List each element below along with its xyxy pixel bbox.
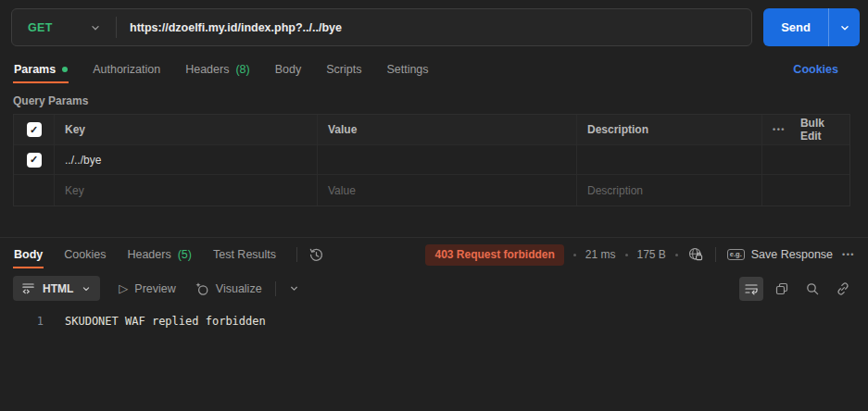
visualize-magic-icon <box>195 281 209 296</box>
format-select[interactable]: HTML <box>13 276 100 301</box>
param-row-actions <box>762 145 849 175</box>
tab-response-cookies-label: Cookies <box>64 248 106 261</box>
tab-scripts-label: Scripts <box>326 63 361 76</box>
chevron-down-icon <box>81 283 92 294</box>
save-response-button[interactable]: e.g. Save Response <box>727 248 833 261</box>
url-box: GET <box>11 8 752 46</box>
api-client-window: GET Send Params Authorization Headers <box>0 0 868 411</box>
params-more-menu-icon[interactable]: ••• <box>773 125 786 134</box>
viewer-options-chevron[interactable] <box>288 282 300 294</box>
tab-headers-label: Headers <box>185 63 229 76</box>
link-icon <box>836 281 850 296</box>
code-line-content: SKUDONET WAF replied forbidden <box>65 315 266 328</box>
response-size: 175 B <box>637 248 666 261</box>
request-tabs: Params Authorization Headers (8) Body Sc… <box>0 54 868 85</box>
params-active-dot <box>62 67 68 72</box>
meta-separator-dot <box>573 254 576 256</box>
headers-count: (8) <box>235 63 249 76</box>
response-headers-count: (5) <box>178 248 192 261</box>
chevron-down-icon <box>89 21 102 34</box>
new-param-row-actions <box>762 175 849 206</box>
param-description-field[interactable] <box>577 145 762 175</box>
meta-separator-dot <box>625 254 628 256</box>
preview-button[interactable]: ▷ Preview <box>119 281 175 295</box>
format-label: HTML <box>43 282 73 295</box>
send-label: Send <box>763 8 828 46</box>
tab-authorization-label: Authorization <box>93 63 160 76</box>
send-options-button[interactable] <box>829 8 860 46</box>
copy-icon <box>774 281 789 296</box>
preview-label: Preview <box>134 282 175 295</box>
tab-response-cookies[interactable]: Cookies <box>63 241 107 268</box>
response-more-menu-icon[interactable]: ••• <box>842 250 855 259</box>
save-response-label: Save Response <box>751 248 833 261</box>
tab-response-body-label: Body <box>14 248 43 261</box>
new-row-checkbox-cell <box>14 175 55 206</box>
tab-scripts[interactable]: Scripts <box>325 56 362 83</box>
query-params-table: ✓ Key Value Description ••• Bulk Edit ✓ … <box>13 114 850 206</box>
row-checkbox-cell: ✓ <box>14 145 55 175</box>
method-label: GET <box>28 21 53 34</box>
tab-body-label: Body <box>275 63 302 76</box>
chevron-down-icon <box>838 21 851 34</box>
tab-params-label: Params <box>14 63 56 76</box>
request-bar: GET Send <box>0 0 868 54</box>
response-history-icon[interactable] <box>308 247 324 263</box>
method-select[interactable]: GET <box>12 21 116 34</box>
query-params-title: Query Params <box>13 94 868 107</box>
status-badge: 403 Request forbidden <box>425 244 563 266</box>
tab-settings[interactable]: Settings <box>385 56 429 83</box>
new-param-key-field[interactable]: Key <box>55 175 318 206</box>
row-checkbox[interactable]: ✓ <box>27 153 42 168</box>
tab-response-body[interactable]: Body <box>13 241 44 268</box>
tab-test-results-label: Test Results <box>213 248 276 261</box>
new-param-value-field[interactable]: Value <box>318 175 577 206</box>
save-as-example-icon: e.g. <box>727 249 745 260</box>
tab-headers[interactable]: Headers (8) <box>184 56 251 83</box>
response-section: Body Cookies Headers (5) Test Results <box>0 237 868 336</box>
viewer-icon-group <box>739 277 855 301</box>
response-body-viewer: 1 SKUDONET WAF replied forbidden <box>0 306 868 336</box>
response-viewer-toolbar: HTML ▷ Preview Visualize <box>0 271 868 306</box>
column-header-description: Description <box>577 115 762 145</box>
param-value-field[interactable] <box>318 145 577 175</box>
response-tabs: Body Cookies Headers (5) Test Results <box>0 238 868 271</box>
code-line-number: 1 <box>0 315 44 328</box>
column-header-value: Value <box>318 115 577 145</box>
tab-body[interactable]: Body <box>274 56 303 83</box>
meta-divider <box>715 247 716 262</box>
network-security-icon[interactable] <box>687 246 704 263</box>
response-time: 21 ms <box>585 248 616 261</box>
new-param-description-field[interactable]: Description <box>577 175 762 206</box>
bulk-edit-button[interactable]: Bulk Edit <box>800 117 837 143</box>
response-tabs-divider <box>296 247 297 262</box>
search-icon <box>805 281 820 296</box>
play-icon: ▷ <box>119 281 128 295</box>
tab-authorization[interactable]: Authorization <box>92 56 161 83</box>
meta-separator-dot <box>675 254 678 256</box>
pretty-format-icon <box>21 281 35 295</box>
chevron-down-icon <box>288 282 300 294</box>
tab-params[interactable]: Params <box>13 56 69 83</box>
search-button[interactable] <box>800 277 824 301</box>
cookies-link[interactable]: Cookies <box>793 63 838 76</box>
tab-settings-label: Settings <box>386 63 428 76</box>
tab-response-headers[interactable]: Headers (5) <box>126 241 193 268</box>
link-button[interactable] <box>831 277 855 301</box>
send-button[interactable]: Send <box>763 8 860 46</box>
column-header-key: Key <box>55 115 318 145</box>
copy-button[interactable] <box>770 277 794 301</box>
select-all-checkbox[interactable]: ✓ <box>27 122 42 137</box>
word-wrap-icon <box>744 281 759 296</box>
visualize-button[interactable]: Visualize <box>195 281 262 296</box>
response-meta: 403 Request forbidden 21 ms 175 B <box>425 244 855 266</box>
toolbar-divider <box>275 281 276 296</box>
select-all-cell: ✓ <box>14 115 55 145</box>
param-key-field[interactable]: ../../bye <box>55 145 318 175</box>
tab-test-results[interactable]: Test Results <box>212 241 277 268</box>
word-wrap-button[interactable] <box>739 277 763 301</box>
tab-response-headers-label: Headers <box>127 248 170 261</box>
visualize-label: Visualize <box>216 282 262 295</box>
table-actions-cell: ••• Bulk Edit <box>762 115 849 145</box>
url-input[interactable] <box>117 21 751 34</box>
